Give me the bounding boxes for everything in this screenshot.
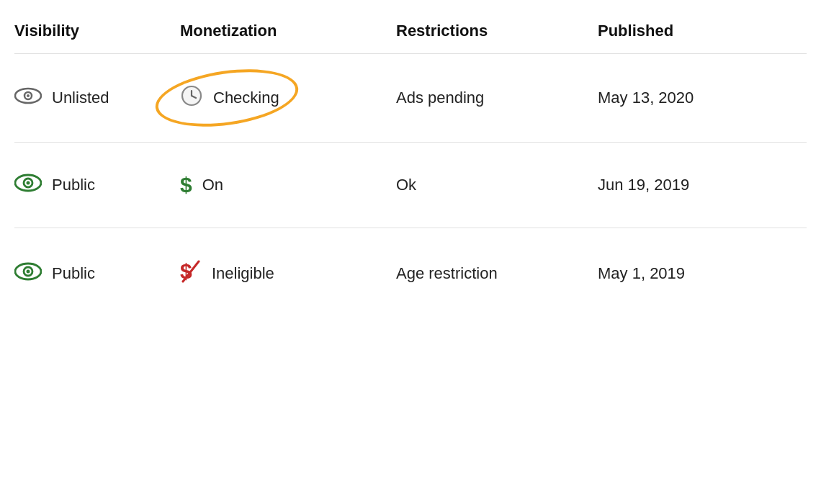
header-restrictions: Restrictions bbox=[396, 22, 598, 40]
header-visibility: Visibility bbox=[14, 22, 180, 40]
eye-icon-green-3 bbox=[14, 261, 42, 286]
header-monetization: Monetization bbox=[180, 22, 396, 40]
video-table: Visibility Monetization Restrictions Pub… bbox=[14, 14, 807, 319]
monetization-label-2: On bbox=[202, 176, 223, 194]
monetization-cell-2: $ On bbox=[180, 174, 396, 196]
eye-icon-grey bbox=[14, 87, 42, 109]
checking-wrapper: Checking bbox=[180, 84, 279, 112]
visibility-label-3: Public bbox=[52, 264, 95, 283]
restrictions-label-3: Age restriction bbox=[396, 264, 498, 283]
restrictions-cell-1: Ads pending bbox=[396, 89, 598, 107]
published-date-2: Jun 19, 2019 bbox=[598, 176, 689, 194]
visibility-label-2: Public bbox=[52, 176, 95, 194]
table-header: Visibility Monetization Restrictions Pub… bbox=[14, 14, 807, 53]
visibility-cell-2: Public bbox=[14, 173, 180, 197]
monetization-label-1: Checking bbox=[213, 89, 279, 107]
published-date-1: May 13, 2020 bbox=[598, 89, 694, 107]
published-cell-2: Jun 19, 2019 bbox=[598, 176, 807, 194]
visibility-cell-1: Unlisted bbox=[14, 87, 180, 109]
visibility-label-1: Unlisted bbox=[52, 89, 109, 107]
monetization-label-3: Ineligible bbox=[212, 264, 274, 283]
dollar-green-icon: $ bbox=[180, 174, 192, 196]
restrictions-label-1: Ads pending bbox=[396, 89, 484, 107]
published-cell-1: May 13, 2020 bbox=[598, 89, 807, 107]
table-row: Public $ Ineligible Age restriction May … bbox=[14, 228, 807, 319]
eye-icon-green-2 bbox=[14, 173, 42, 197]
published-date-3: May 1, 2019 bbox=[598, 264, 685, 283]
header-published: Published bbox=[598, 22, 807, 40]
restrictions-cell-3: Age restriction bbox=[396, 264, 598, 283]
svg-point-2 bbox=[27, 94, 30, 97]
svg-point-11 bbox=[27, 270, 30, 274]
published-cell-3: May 1, 2019 bbox=[598, 264, 807, 283]
clock-icon bbox=[180, 84, 203, 112]
restrictions-label-2: Ok bbox=[396, 176, 416, 194]
table-row: Public $ On Ok Jun 19, 2019 bbox=[14, 143, 807, 228]
monetization-cell-1: Checking bbox=[180, 84, 396, 112]
table-row: Unlisted Checking Ads pending bbox=[14, 54, 807, 142]
svg-point-8 bbox=[27, 181, 30, 185]
restrictions-cell-2: Ok bbox=[396, 176, 598, 194]
visibility-cell-3: Public bbox=[14, 261, 180, 286]
dollar-red-icon: $ bbox=[180, 258, 202, 289]
monetization-cell-3: $ Ineligible bbox=[180, 258, 396, 289]
